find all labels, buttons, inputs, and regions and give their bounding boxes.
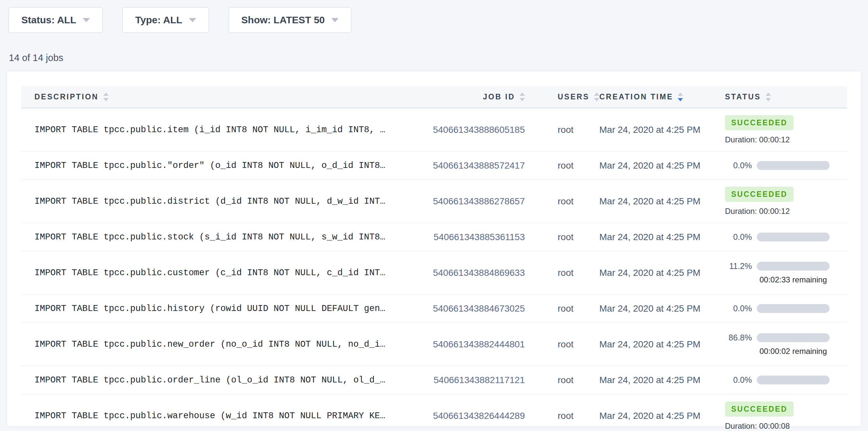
job-creation-time-value: Mar 24, 2020 at 4:25 PM — [599, 375, 701, 385]
chevron-down-icon — [83, 18, 90, 22]
show-filter-label: Show: LATEST 50 — [242, 14, 325, 26]
table-row: IMPORT TABLE tpcc.public."order" (o_id I… — [21, 152, 847, 180]
job-user-value: root — [558, 268, 574, 278]
jobs-table-body: IMPORT TABLE tpcc.public.item (i_id INT8… — [21, 108, 847, 431]
job-status-progress: 0.0% — [725, 232, 847, 242]
job-description-link[interactable]: IMPORT TABLE tpcc.public.item (i_id INT8… — [34, 125, 395, 135]
job-description-link[interactable]: IMPORT TABLE tpcc.public.order_line (ol_… — [34, 375, 395, 385]
job-status-succeeded: SUCCEEDED Duration: 00:00:12 — [725, 187, 847, 216]
chevron-down-icon — [331, 18, 339, 22]
job-creation-time-value: Mar 24, 2020 at 4:25 PM — [599, 196, 701, 206]
job-status-progress: 0.0% — [725, 161, 847, 170]
jobs-table: DESCRIPTION JOB ID USERS CREATION TIME S… — [21, 86, 847, 431]
job-id-value: 540661343884869633 — [433, 268, 525, 278]
jobs-table-header-row: DESCRIPTION JOB ID USERS CREATION TIME S… — [21, 86, 847, 108]
job-user-value: root — [558, 232, 574, 242]
table-row: IMPORT TABLE tpcc.public.district (d_id … — [21, 180, 847, 223]
type-filter-label: Type: ALL — [135, 14, 182, 26]
job-status-progress: 0.0% — [725, 304, 847, 313]
job-user-value: root — [558, 339, 574, 349]
table-row: IMPORT TABLE tpcc.public.item (i_id INT8… — [21, 108, 847, 152]
job-status-succeeded: SUCCEEDED Duration: 00:00:12 — [725, 115, 847, 144]
job-duration-text: Duration: 00:00:12 — [725, 207, 847, 216]
table-row: IMPORT TABLE tpcc.public.stock (s_i_id I… — [21, 223, 847, 251]
job-creation-time-value: Mar 24, 2020 at 4:25 PM — [599, 339, 701, 349]
column-header-job-id[interactable]: JOB ID — [395, 92, 525, 101]
job-creation-time-value: Mar 24, 2020 at 4:25 PM — [599, 125, 701, 135]
progress-bar — [757, 262, 830, 271]
status-badge: SUCCEEDED — [725, 187, 794, 202]
status-filter-label: Status: ALL — [21, 14, 76, 26]
type-filter-dropdown[interactable]: Type: ALL — [122, 7, 209, 33]
table-row: IMPORT TABLE tpcc.public.new_order (no_o… — [21, 323, 847, 366]
job-creation-time-value: Mar 24, 2020 at 4:25 PM — [599, 303, 701, 314]
column-header-status-label: STATUS — [725, 92, 761, 101]
job-duration-text: Duration: 00:00:12 — [725, 135, 847, 144]
progress-percent-text: 86.8% — [725, 333, 752, 342]
job-id-value: 540661343888572417 — [433, 160, 525, 171]
job-status-progress: 0.0% — [725, 375, 847, 385]
job-status-succeeded: SUCCEEDED Duration: 00:00:08 — [725, 401, 847, 431]
progress-percent-text: 0.0% — [725, 161, 752, 170]
jobs-count-summary: 14 of 14 jobs — [9, 53, 868, 63]
job-id-value: 540661343882444801 — [433, 339, 525, 350]
progress-percent-text: 0.0% — [725, 232, 752, 242]
table-row: IMPORT TABLE tpcc.public.warehouse (w_id… — [21, 394, 847, 431]
progress-bar — [757, 304, 830, 313]
job-description-link[interactable]: IMPORT TABLE tpcc.public.district (d_id … — [34, 196, 395, 206]
job-status-progress: 86.8% 00:00:02 remaining — [725, 333, 847, 356]
job-description-link[interactable]: IMPORT TABLE tpcc.public.new_order (no_o… — [34, 339, 395, 349]
progress-percent-text: 0.0% — [725, 375, 752, 385]
job-duration-text: Duration: 00:00:08 — [725, 422, 847, 431]
sort-arrows-icon — [103, 92, 108, 101]
job-id-value: 540661343884673025 — [433, 303, 525, 314]
sort-arrows-icon — [594, 92, 599, 101]
status-filter-dropdown[interactable]: Status: ALL — [8, 7, 103, 33]
show-filter-dropdown[interactable]: Show: LATEST 50 — [229, 7, 351, 33]
jobs-table-card: DESCRIPTION JOB ID USERS CREATION TIME S… — [7, 71, 861, 426]
column-header-creation-time-label: CREATION TIME — [599, 92, 673, 101]
job-id-value: 540661343885361153 — [434, 232, 525, 242]
job-id-value: 540661343882117121 — [434, 375, 525, 386]
job-user-value: root — [558, 160, 574, 171]
job-user-value: root — [558, 196, 574, 206]
progress-bar — [757, 376, 830, 384]
progress-remaining-text: 00:02:33 remaining — [757, 275, 830, 284]
job-description-link[interactable]: IMPORT TABLE tpcc.public."order" (o_id I… — [34, 161, 395, 171]
progress-bar — [757, 333, 830, 342]
job-creation-time-value: Mar 24, 2020 at 4:25 PM — [599, 411, 701, 421]
column-header-job-id-label: JOB ID — [483, 92, 515, 101]
progress-remaining-text: 00:00:02 remaining — [757, 347, 830, 356]
job-creation-time-value: Mar 24, 2020 at 4:25 PM — [599, 232, 701, 242]
column-header-creation-time[interactable]: CREATION TIME — [599, 92, 725, 101]
column-header-status[interactable]: STATUS — [725, 92, 847, 101]
job-creation-time-value: Mar 24, 2020 at 4:25 PM — [599, 160, 701, 171]
sort-arrows-icon — [766, 92, 771, 101]
status-badge: SUCCEEDED — [725, 401, 794, 417]
table-row: IMPORT TABLE tpcc.public.order_line (ol_… — [21, 366, 847, 394]
job-user-value: root — [558, 411, 574, 421]
jobs-filter-toolbar: Status: ALL Type: ALL Show: LATEST 50 — [0, 0, 868, 33]
job-id-value: 540661343826444289 — [433, 411, 525, 421]
job-user-value: root — [558, 375, 574, 385]
chevron-down-icon — [189, 18, 196, 22]
table-row: IMPORT TABLE tpcc.public.history (rowid … — [21, 295, 847, 323]
status-badge: SUCCEEDED — [725, 115, 794, 130]
column-header-users[interactable]: USERS — [525, 92, 599, 101]
sort-arrows-icon — [520, 92, 525, 101]
job-description-link[interactable]: IMPORT TABLE tpcc.public.customer (c_id … — [34, 268, 395, 278]
job-description-link[interactable]: IMPORT TABLE tpcc.public.warehouse (w_id… — [34, 411, 395, 421]
progress-percent-text: 0.0% — [725, 304, 752, 313]
job-creation-time-value: Mar 24, 2020 at 4:25 PM — [599, 268, 701, 278]
progress-bar — [757, 233, 830, 241]
job-description-link[interactable]: IMPORT TABLE tpcc.public.history (rowid … — [34, 304, 395, 314]
sort-arrows-icon — [678, 92, 683, 101]
job-description-link[interactable]: IMPORT TABLE tpcc.public.stock (s_i_id I… — [34, 232, 395, 242]
table-row: IMPORT TABLE tpcc.public.customer (c_id … — [21, 251, 847, 295]
progress-bar — [757, 161, 830, 170]
column-header-description[interactable]: DESCRIPTION — [21, 92, 395, 101]
job-user-value: root — [558, 125, 574, 135]
column-header-users-label: USERS — [558, 92, 589, 101]
job-user-value: root — [558, 303, 574, 314]
job-id-value: 540661343888605185 — [433, 125, 525, 135]
